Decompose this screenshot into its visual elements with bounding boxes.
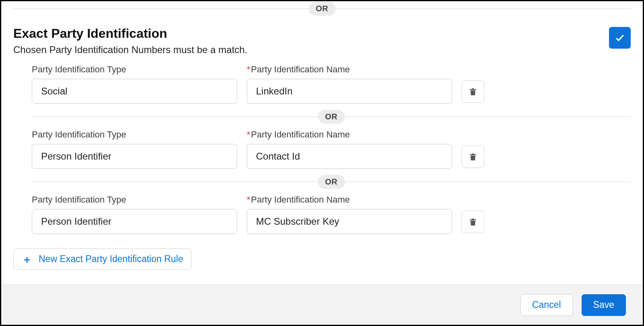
party-name-label-text: Party Identification Name xyxy=(251,129,350,139)
party-type-label: Party Identification Type xyxy=(32,64,237,75)
add-rule-label: New Exact Party Identification Rule xyxy=(39,254,183,264)
party-type-label: Party Identification Type xyxy=(32,129,237,140)
required-mark: * xyxy=(247,195,250,205)
party-type-input[interactable] xyxy=(32,144,237,169)
party-name-label-text: Party Identification Name xyxy=(251,195,350,205)
section-header-text: Exact Party Identification Chosen Party … xyxy=(13,26,248,59)
delete-rule-button[interactable] xyxy=(462,80,484,103)
party-name-field: *Party Identification Name xyxy=(247,129,452,169)
delete-rule-button[interactable] xyxy=(462,146,484,168)
content-scroll[interactable]: OR Exact Party Identification Chosen Par… xyxy=(1,1,643,285)
rule-row: Party Identification Type *Party Identif… xyxy=(32,189,631,240)
footer: Cancel Save xyxy=(1,285,643,325)
party-type-field: Party Identification Type xyxy=(32,129,237,169)
party-type-input[interactable] xyxy=(32,79,237,104)
party-name-field: *Party Identification Name xyxy=(247,195,452,234)
confirm-section-button[interactable] xyxy=(609,27,631,49)
party-name-input[interactable] xyxy=(247,209,452,234)
party-type-input[interactable] xyxy=(32,209,237,234)
check-icon xyxy=(615,33,625,43)
section-title: Exact Party Identification xyxy=(13,26,248,41)
save-button[interactable]: Save xyxy=(582,294,626,316)
party-name-input[interactable] xyxy=(247,144,452,169)
delete-rule-button[interactable] xyxy=(462,211,484,233)
or-divider: OR xyxy=(32,174,631,189)
party-name-field: *Party Identification Name xyxy=(247,64,452,104)
app-frame: OR Exact Party Identification Chosen Par… xyxy=(0,0,644,326)
plus-icon: ＋ xyxy=(22,254,32,264)
required-mark: * xyxy=(247,129,250,139)
section-header: Exact Party Identification Chosen Party … xyxy=(13,26,631,59)
trash-icon xyxy=(468,217,478,227)
party-name-label-text: Party Identification Name xyxy=(251,64,350,74)
party-type-field: Party Identification Type xyxy=(32,195,237,234)
party-type-label: Party Identification Type xyxy=(32,195,237,205)
party-name-label: *Party Identification Name xyxy=(247,64,452,75)
add-rule-button[interactable]: ＋ New Exact Party Identification Rule xyxy=(13,248,192,270)
rules-area: Party Identification Type *Party Identif… xyxy=(13,59,631,240)
party-name-label: *Party Identification Name xyxy=(247,195,452,205)
or-divider: OR xyxy=(32,109,631,124)
or-divider-top: OR xyxy=(13,1,631,16)
section-subtitle: Chosen Party Identification Numbers must… xyxy=(13,44,248,55)
cancel-button[interactable]: Cancel xyxy=(520,294,573,316)
trash-icon xyxy=(468,152,478,162)
required-mark: * xyxy=(247,64,250,74)
rule-row: Party Identification Type *Party Identif… xyxy=(32,59,631,109)
or-pill: OR xyxy=(318,175,345,189)
party-type-field: Party Identification Type xyxy=(32,64,237,104)
rule-row: Party Identification Type *Party Identif… xyxy=(32,124,631,174)
or-pill: OR xyxy=(318,110,345,124)
party-name-label: *Party Identification Name xyxy=(247,129,452,140)
party-name-input[interactable] xyxy=(247,79,452,104)
or-pill: OR xyxy=(309,2,336,16)
trash-icon xyxy=(468,87,478,96)
